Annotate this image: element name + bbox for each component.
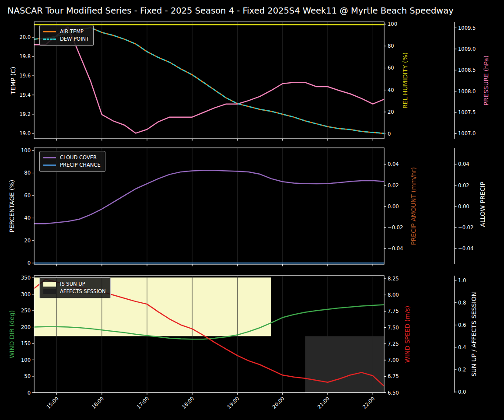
y-tick-label: 0.4 — [458, 344, 466, 350]
y-tick-label: 0.00 — [458, 203, 469, 210]
temp-panel-legend: AIR TEMP DEW POINT — [39, 25, 94, 46]
y-tick-label: 0 — [388, 131, 391, 137]
x-tick-label: 15:00 — [45, 396, 60, 410]
figure-title: NASCAR Tour Modified Series - Fixed - 20… — [7, 6, 454, 16]
allow-precip-axis-label: ALLOW PRECIP — [479, 182, 486, 227]
x-tick-label: 19:00 — [226, 396, 240, 410]
x-tick-label: 20:00 — [271, 396, 286, 410]
y-tick-label: 1007.0 — [458, 130, 476, 136]
y-tick-label: 60 — [388, 65, 394, 71]
y-tick-label: 1009.5 — [458, 25, 476, 31]
x-tick-label: 22:00 — [361, 396, 376, 410]
y-tick-label: −0.02 — [388, 224, 403, 231]
y-tick-label: 7.25 — [388, 341, 399, 347]
affects-session-legend-swatch — [43, 289, 56, 294]
cloud-cover-legend-swatch — [43, 157, 56, 158]
x-tick-label: 18:00 — [181, 396, 195, 410]
y-tick-label: 20 — [388, 109, 394, 115]
legend-item-dew-point: DEW POINT — [43, 36, 89, 42]
precip-amount-axis-label: PRECIP AMOUNT (mm/hr) — [410, 167, 417, 245]
y-tick-label: 100 — [388, 21, 397, 27]
y-tick-label: 300 — [21, 291, 31, 298]
y-tick-label: 0 — [28, 260, 31, 266]
legend-item-air-temp: AIR TEMP — [43, 28, 89, 35]
y-tick-label: 19.0 — [19, 130, 31, 136]
legend-label: CLOUD COVER — [60, 154, 97, 161]
y-tick-label: 20 — [24, 238, 31, 244]
y-tick-label: 1009.0 — [458, 46, 476, 52]
legend-label: DEW POINT — [60, 36, 89, 42]
dew-point-legend-swatch — [43, 38, 56, 40]
y-tick-label: 20.0 — [19, 34, 31, 40]
y-tick-label: −0.04 — [458, 245, 473, 252]
wind-panel-legend: IS SUN UP AFFECTS SESSION — [39, 277, 111, 298]
wind-speed-axis-label: WIND SPEED (m/s) — [404, 306, 411, 363]
y-tick-label: 350 — [21, 275, 31, 281]
y-tick-label: −0.02 — [458, 224, 473, 231]
y-tick-label: 80 — [388, 43, 394, 49]
wind-dir-axis-label: WIND DIR (deg) — [8, 310, 15, 358]
y-tick-label: 1007.5 — [458, 109, 476, 116]
legend-label: AIR TEMP — [60, 28, 84, 35]
y-tick-label: 200 — [21, 324, 31, 330]
legend-item-is-sun-up: IS SUN UP — [43, 281, 106, 287]
y-tick-label: 250 — [21, 308, 31, 314]
y-tick-label: 40 — [388, 87, 394, 93]
sun-up-axis-label: SUN UP / AFFECTS SESSION — [470, 292, 477, 377]
percentage-axis-label: PERCENTAGE (%) — [8, 180, 15, 233]
y-tick-label: 19.8 — [19, 53, 31, 60]
charts-canvas: 19.019.219.419.619.820.00204060801001007… — [0, 0, 504, 420]
y-tick-label: −0.04 — [388, 245, 403, 252]
y-tick-label: 40 — [24, 215, 31, 221]
legend-label: PRECIP CHANCE — [60, 162, 101, 168]
x-tick-label: 17:00 — [136, 396, 150, 410]
y-tick-label: 0.02 — [458, 182, 469, 189]
y-tick-label: 150 — [21, 340, 31, 346]
legend-item-cloud-cover: CLOUD COVER — [43, 154, 101, 161]
y-tick-label: 0.2 — [458, 367, 466, 373]
y-tick-label: 7.50 — [388, 325, 399, 331]
legend-label: IS SUN UP — [60, 281, 85, 287]
y-tick-label: 0.04 — [388, 161, 399, 167]
y-tick-label: 1008.0 — [458, 88, 476, 94]
y-tick-label: 6.75 — [388, 373, 399, 379]
cloud-panel-legend: CLOUD COVER PRECIP CHANCE — [39, 151, 105, 172]
y-tick-label: 100 — [21, 357, 31, 363]
y-tick-label: 60 — [24, 192, 31, 199]
temp-axis-label: TEMP (C) — [10, 66, 17, 94]
series-cloud-cover — [34, 171, 384, 224]
air-temp-legend-swatch — [43, 31, 56, 32]
y-tick-label: 0.02 — [388, 182, 399, 189]
affects-session-region — [305, 336, 384, 392]
weather-forecast-figure: 19.019.219.419.619.820.00204060801001007… — [0, 0, 504, 420]
legend-item-precip-chance: PRECIP CHANCE — [43, 162, 101, 168]
y-tick-label: 0.04 — [458, 161, 469, 167]
y-tick-label: 0.6 — [458, 322, 466, 328]
y-tick-label: 1.0 — [458, 277, 466, 284]
y-tick-label: 8.00 — [388, 292, 399, 298]
legend-item-affects-session: AFFECTS SESSION — [43, 288, 106, 295]
x-tick-label: 16:00 — [91, 396, 105, 410]
y-tick-label: 19.2 — [19, 111, 31, 117]
y-tick-label: 0.8 — [458, 300, 466, 306]
x-tick-label: 21:00 — [316, 396, 331, 410]
y-tick-label: 8.25 — [388, 276, 399, 282]
precip-chance-legend-swatch — [43, 164, 56, 166]
y-tick-label: 50 — [24, 373, 31, 379]
humidity-axis-label: REL HUMIDITY (%) — [402, 52, 409, 109]
y-tick-label: 19.4 — [19, 92, 31, 98]
y-tick-label: 0.00 — [388, 203, 399, 210]
y-tick-label: 0 — [28, 390, 31, 396]
y-tick-label: 19.6 — [19, 73, 31, 79]
y-tick-label: 6.50 — [388, 390, 399, 396]
y-tick-label: 100 — [21, 147, 31, 154]
y-tick-label: 7.75 — [388, 308, 399, 314]
sun-up-legend-swatch — [43, 282, 56, 287]
y-tick-label: 1008.5 — [458, 67, 476, 73]
y-tick-label: 0.0 — [458, 389, 466, 395]
pressure-axis-label: PRESSURE (hPa) — [483, 56, 490, 105]
y-tick-label: 7.00 — [388, 357, 399, 363]
legend-label: AFFECTS SESSION — [60, 288, 106, 295]
y-tick-label: 80 — [24, 170, 31, 176]
